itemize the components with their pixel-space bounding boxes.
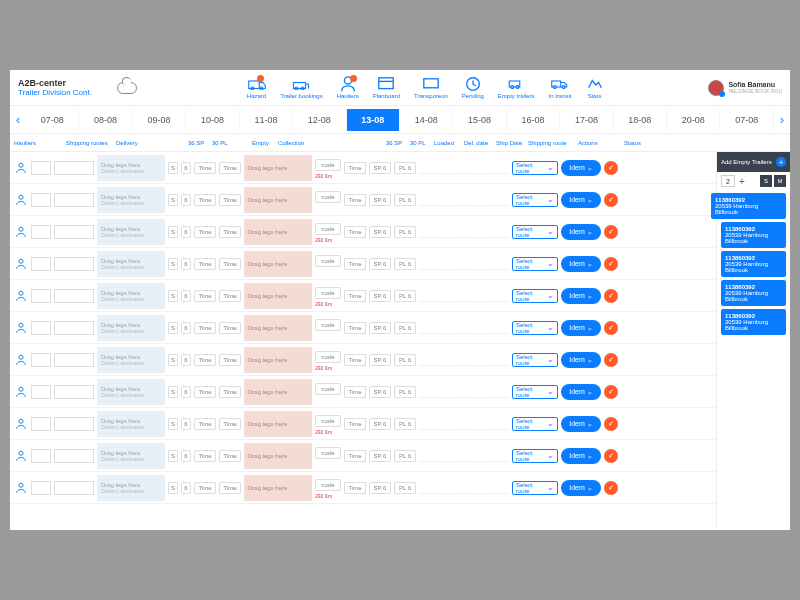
delivery-dropzone[interactable]: Drag legs hereDelivery destination xyxy=(97,443,165,469)
loaded-cell[interactable] xyxy=(419,258,447,270)
route-input[interactable] xyxy=(54,385,94,399)
cell-time[interactable]: Time xyxy=(194,386,216,398)
cell-time[interactable]: Time xyxy=(194,418,216,430)
route-input[interactable] xyxy=(54,225,94,239)
loaded-cell[interactable] xyxy=(419,194,447,206)
nav-in-transit[interactable]: In transit xyxy=(549,77,572,99)
loaded-cell[interactable] xyxy=(419,482,447,494)
collection-dropzone[interactable]: Drag legs here xyxy=(244,251,312,277)
cell-time2[interactable]: Time xyxy=(219,354,241,366)
haulier-input[interactable] xyxy=(31,289,51,303)
cell-time[interactable]: Time xyxy=(194,354,216,366)
shipdate-cell[interactable] xyxy=(481,290,509,302)
idem-button[interactable]: Idem xyxy=(561,416,601,432)
haulier-input[interactable] xyxy=(31,193,51,207)
idem-button[interactable]: Idem xyxy=(561,256,601,272)
cell-code[interactable]: code xyxy=(315,191,341,203)
route-input[interactable] xyxy=(54,481,94,495)
cell-time3[interactable]: Time xyxy=(344,482,366,494)
cell-6[interactable]: 6 xyxy=(181,194,191,206)
col-header[interactable]: Shipping route xyxy=(528,140,576,146)
cell-pl6[interactable]: PL 6 xyxy=(394,226,416,238)
cell-pl6[interactable]: PL 6 xyxy=(394,450,416,462)
status-check-icon[interactable]: ✓ xyxy=(604,353,618,367)
trailer-card[interactable]: 11386039220539 HamburgBillbrook xyxy=(721,309,786,335)
shipdate-cell[interactable] xyxy=(481,450,509,462)
haulier-icon[interactable] xyxy=(14,481,28,495)
route-input[interactable] xyxy=(54,353,94,367)
cell-sp6[interactable]: SP 6 xyxy=(369,290,391,302)
loaded-cell[interactable] xyxy=(419,386,447,398)
date-tab[interactable]: 12-08 xyxy=(293,109,346,131)
cell-s[interactable]: S xyxy=(168,354,178,366)
collection-dropzone[interactable]: Drag legs here xyxy=(244,347,312,373)
cell-s[interactable]: S xyxy=(168,290,178,302)
cell-time2[interactable]: Time xyxy=(219,162,241,174)
cell-time2[interactable]: Time xyxy=(219,322,241,334)
shipdate-cell[interactable] xyxy=(481,386,509,398)
select-route-dropdown[interactable]: Select route xyxy=(512,193,558,207)
trailer-card[interactable]: 11386039220539 HamburgBillbrook xyxy=(721,280,786,306)
col-header[interactable]: Ship Date xyxy=(496,140,526,146)
haulier-input[interactable] xyxy=(31,385,51,399)
date-tab[interactable]: 08-08 xyxy=(79,109,132,131)
haulier-icon[interactable] xyxy=(14,353,28,367)
date-tab[interactable]: 16-08 xyxy=(507,109,560,131)
cell-6[interactable]: 6 xyxy=(181,418,191,430)
cell-pl6[interactable]: PL 6 xyxy=(394,290,416,302)
cell-code[interactable]: code xyxy=(315,223,341,235)
route-input[interactable] xyxy=(54,289,94,303)
idem-button[interactable]: Idem xyxy=(561,320,601,336)
idem-button[interactable]: Idem xyxy=(561,480,601,496)
cell-sp6[interactable]: SP 6 xyxy=(369,450,391,462)
idem-button[interactable]: Idem xyxy=(561,448,601,464)
status-check-icon[interactable]: ✓ xyxy=(604,161,618,175)
select-route-dropdown[interactable]: Select route xyxy=(512,225,558,239)
cell-time3[interactable]: Time xyxy=(344,258,366,270)
select-route-dropdown[interactable]: Select route xyxy=(512,289,558,303)
cell-time[interactable]: Time xyxy=(194,450,216,462)
cell-code[interactable]: code xyxy=(315,415,341,427)
cell-time[interactable]: Time xyxy=(194,194,216,206)
deldate-cell[interactable] xyxy=(450,194,478,206)
user-block[interactable]: Sofia Bamanu HELSINGE BOOK ROU xyxy=(708,80,782,96)
date-tab[interactable]: 10-08 xyxy=(186,109,239,131)
deldate-cell[interactable] xyxy=(450,386,478,398)
delivery-dropzone[interactable]: Drag legs hereDelivery destination xyxy=(97,315,165,341)
cell-s[interactable]: S xyxy=(168,322,178,334)
cell-6[interactable]: 6 xyxy=(181,354,191,366)
select-route-dropdown[interactable]: Select route xyxy=(512,353,558,367)
cell-sp6[interactable]: SP 6 xyxy=(369,258,391,270)
idem-button[interactable]: Idem xyxy=(561,288,601,304)
cell-s[interactable]: S xyxy=(168,226,178,238)
nav-trailer-bookings[interactable]: Trailer bookings xyxy=(280,77,322,99)
cell-s[interactable]: S xyxy=(168,450,178,462)
date-tab[interactable]: 09-08 xyxy=(133,109,186,131)
nav-stats[interactable]: Stats xyxy=(586,77,604,99)
cell-6[interactable]: 6 xyxy=(181,226,191,238)
cell-code[interactable]: code xyxy=(315,255,341,267)
delivery-dropzone[interactable]: Drag legs hereDelivery destination xyxy=(97,475,165,501)
haulier-icon[interactable] xyxy=(14,385,28,399)
shipdate-cell[interactable] xyxy=(481,258,509,270)
trailer-card[interactable]: 11386039220539 HamburgBillbrook xyxy=(711,193,786,219)
deldate-cell[interactable] xyxy=(450,162,478,174)
cell-code[interactable]: code xyxy=(315,447,341,459)
status-check-icon[interactable]: ✓ xyxy=(604,385,618,399)
route-input[interactable] xyxy=(54,321,94,335)
col-header[interactable]: Shipping routes xyxy=(66,140,114,146)
filter-tab-m[interactable]: M xyxy=(774,175,786,187)
collection-dropzone[interactable]: Drag legs here xyxy=(244,443,312,469)
delivery-dropzone[interactable]: Drag legs hereDelivery destination xyxy=(97,411,165,437)
col-header[interactable]: Actions xyxy=(578,140,622,146)
cell-s[interactable]: S xyxy=(168,482,178,494)
cell-pl6[interactable]: PL 6 xyxy=(394,386,416,398)
cell-sp6[interactable]: SP 6 xyxy=(369,226,391,238)
col-header[interactable]: Hauliers xyxy=(14,140,44,146)
haulier-input[interactable] xyxy=(31,417,51,431)
status-check-icon[interactable]: ✓ xyxy=(604,417,618,431)
idem-button[interactable]: Idem xyxy=(561,224,601,240)
select-route-dropdown[interactable]: Select route xyxy=(512,321,558,335)
shipdate-cell[interactable] xyxy=(481,194,509,206)
idem-button[interactable]: Idem xyxy=(561,352,601,368)
